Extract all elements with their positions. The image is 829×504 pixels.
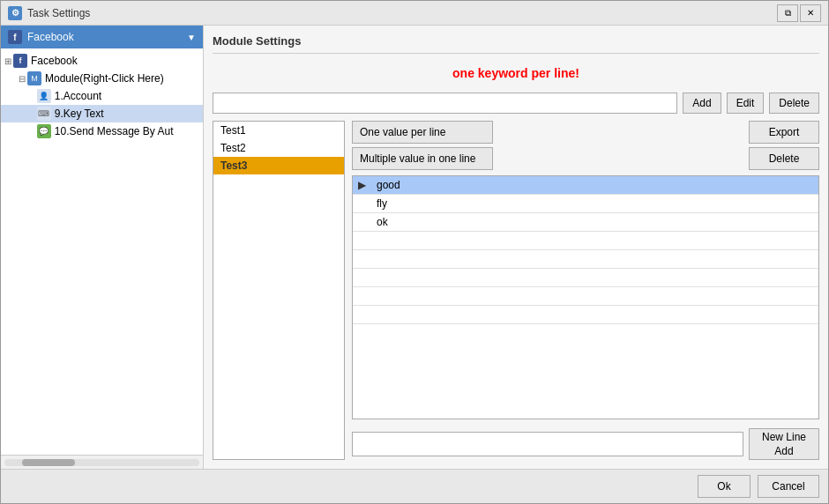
tree-container: ⊞ f Facebook ⊟ M Module(Right-Click Here… xyxy=(1,48,203,455)
section-title: Module Settings xyxy=(213,34,301,48)
right-panel: Module Settings one keyword per line! Ad… xyxy=(204,26,828,469)
table-row-fly[interactable]: fly xyxy=(353,195,818,213)
cancel-button[interactable]: Cancel xyxy=(758,475,819,498)
data-table: ▶ good fly ok xyxy=(353,176,818,324)
tree-item-module[interactable]: ⊟ M Module(Right-Click Here) xyxy=(1,70,203,87)
content-area: Test1 Test2 Test3 One value per line Mul… xyxy=(213,121,819,460)
tree-label-keytext: 9.Key Text xyxy=(55,107,104,120)
row-value-ok: ok xyxy=(371,213,818,232)
row-marker-ok xyxy=(353,213,371,232)
window-controls: ⧉ ✕ xyxy=(777,4,821,22)
row-value-fly: fly xyxy=(371,195,818,213)
tree-label-module: Module(Right-Click Here) xyxy=(45,72,164,85)
left-panel-title: Facebook xyxy=(27,31,182,43)
new-line-add-button[interactable]: New LineAdd xyxy=(749,428,819,460)
value-buttons: One value per line Multiple value in one… xyxy=(352,121,493,170)
left-panel: f Facebook ▼ ⊞ f Facebook ⊟ M Module(Rig… xyxy=(1,26,204,469)
expand-icon-1: ⊟ xyxy=(19,74,26,84)
list-item-test3[interactable]: Test3 xyxy=(213,157,344,174)
table-row-empty2 xyxy=(353,250,818,269)
facebook-icon: f xyxy=(8,30,22,44)
table-row-empty4 xyxy=(353,287,818,306)
tree-item-sendmsg[interactable]: 💬 10.Send Message By Aut xyxy=(1,122,203,140)
left-panel-header: f Facebook ▼ xyxy=(1,26,203,48)
keyword-input[interactable] xyxy=(213,93,677,114)
table-row-empty5 xyxy=(353,306,818,324)
controls-top: One value per line Multiple value in one… xyxy=(352,121,819,170)
row-marker-fly xyxy=(353,195,371,213)
row-marker-good: ▶ xyxy=(353,176,371,195)
window-title: Task Settings xyxy=(27,7,90,19)
tree-item-facebook[interactable]: ⊞ f Facebook xyxy=(1,52,203,70)
delete-right-button[interactable]: Delete xyxy=(749,147,819,170)
add-button[interactable]: Add xyxy=(683,93,721,114)
top-input-row: Add Edit Delete xyxy=(213,93,819,114)
table-row-ok[interactable]: ok xyxy=(353,213,818,232)
title-bar: ⚙ Task Settings ⧉ ✕ xyxy=(1,1,828,26)
close-button[interactable]: ✕ xyxy=(800,4,821,22)
tree-label-sendmsg: 10.Send Message By Aut xyxy=(55,125,174,137)
data-table-container: ▶ good fly ok xyxy=(352,175,819,419)
multiple-value-button[interactable]: Multiple value in one line xyxy=(352,147,493,170)
title-bar-left: ⚙ Task Settings xyxy=(8,6,90,20)
module-node-icon: M xyxy=(27,71,41,85)
scrollbar-thumb xyxy=(22,459,75,466)
bottom-bar: Ok Cancel xyxy=(1,469,828,503)
tree-label-account: 1.Account xyxy=(55,90,101,102)
list-item-test1[interactable]: Test1 xyxy=(213,122,344,139)
table-row-empty3 xyxy=(353,269,818,287)
tree-item-account[interactable]: 👤 1.Account xyxy=(1,87,203,105)
expand-icon-3 xyxy=(33,109,35,119)
row-value-good: good xyxy=(371,176,818,195)
horizontal-scrollbar[interactable] xyxy=(1,455,203,469)
dropdown-arrow-icon[interactable]: ▼ xyxy=(187,33,196,42)
right-controls: One value per line Multiple value in one… xyxy=(352,121,819,460)
tree-item-keytext[interactable]: ⌨ 9.Key Text xyxy=(1,105,203,122)
tree-label-facebook: Facebook xyxy=(31,55,78,67)
sendmsg-node-icon: 💬 xyxy=(37,124,51,138)
window-icon: ⚙ xyxy=(8,6,22,20)
list-item-test2[interactable]: Test2 xyxy=(213,139,344,157)
new-line-row: New LineAdd xyxy=(352,428,819,460)
keytext-node-icon: ⌨ xyxy=(37,107,51,121)
one-value-per-line-button[interactable]: One value per line xyxy=(352,121,493,144)
minimize-button[interactable]: ⧉ xyxy=(777,4,798,22)
main-content: f Facebook ▼ ⊞ f Facebook ⊟ M Module(Rig… xyxy=(1,26,828,469)
account-node-icon: 👤 xyxy=(37,89,51,103)
export-button[interactable]: Export xyxy=(749,121,819,144)
table-row-good[interactable]: ▶ good xyxy=(353,176,818,195)
keyword-warning: one keyword per line! xyxy=(213,61,819,85)
export-delete-buttons: Export Delete xyxy=(749,121,819,170)
scrollbar-track xyxy=(4,459,199,466)
expand-icon-0: ⊞ xyxy=(4,56,11,66)
delete-top-button[interactable]: Delete xyxy=(769,93,819,114)
test-list-panel: Test1 Test2 Test3 xyxy=(213,121,345,460)
ok-button[interactable]: Ok xyxy=(698,475,751,498)
table-row-empty1 xyxy=(353,232,818,250)
expand-icon-4 xyxy=(33,127,35,137)
task-settings-window: ⚙ Task Settings ⧉ ✕ f Facebook ▼ ⊞ f xyxy=(0,0,829,504)
edit-button[interactable]: Edit xyxy=(727,93,765,114)
facebook-node-icon: f xyxy=(13,54,27,68)
new-line-input[interactable] xyxy=(352,432,743,456)
expand-icon-2 xyxy=(33,92,35,101)
